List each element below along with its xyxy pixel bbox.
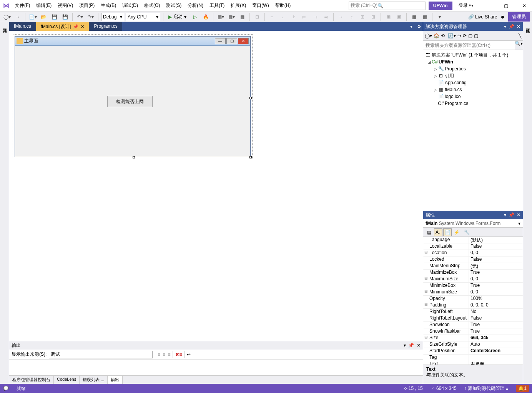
solution-tree[interactable]: 🗔 解决方案 'UFWin' (1 个项目，共 1 个) ◢ C# UFWin … — [423, 50, 523, 211]
props-dropdown-icon[interactable]: ▾ — [504, 212, 506, 218]
property-row[interactable]: ⊞Location0, 0 — [423, 250, 523, 256]
sol-show-icon[interactable]: ⟳ — [463, 33, 467, 38]
property-row[interactable]: Text主界面 — [423, 361, 523, 365]
new-item-button[interactable]: 📄▾ — [28, 12, 37, 22]
layout-btn1[interactable]: ▦▾ — [216, 12, 225, 22]
side-tab[interactable]: 修改工具 — [524, 22, 532, 384]
sol-collapse-icon[interactable]: ↪ — [457, 33, 461, 38]
props-pin-icon[interactable]: 📌 — [509, 212, 514, 218]
panel-close-icon[interactable]: ✕ — [517, 24, 520, 29]
property-row[interactable]: MinimizeBoxTrue — [423, 283, 523, 289]
source-control-button[interactable]: ↑ 添加到源代码管理 ▴ — [464, 385, 509, 392]
property-row[interactable]: ⊞Padding0, 0, 0, 0 — [423, 302, 523, 309]
menu-item[interactable]: 编辑(E) — [33, 1, 54, 10]
tree-item[interactable]: ▷▦fMain.cs — [423, 86, 523, 93]
side-tab[interactable]: 数据源 — [0, 22, 1, 384]
side-tab[interactable]: 工具箱 — [1, 22, 9, 384]
sol-home-icon[interactable]: ◯▾ — [425, 33, 432, 38]
solution-search-icon[interactable]: 🔍▾ — [515, 41, 523, 50]
tab-order2[interactable]: ▦ — [420, 12, 429, 22]
property-row[interactable]: StartPositionCenterScreen — [423, 348, 523, 355]
layout-btn2[interactable]: ▦▾ — [227, 12, 236, 22]
platform-combo[interactable]: Any CPU▾ — [126, 13, 160, 21]
tree-item[interactable]: ▷🔧Properties — [423, 65, 523, 72]
tab-settings-icon[interactable]: ⚙ — [415, 22, 423, 31]
sol-home2-icon[interactable]: 🏠 — [434, 33, 439, 38]
menu-item[interactable]: 文件(F) — [12, 1, 33, 10]
property-row[interactable]: ShowIconTrue — [423, 322, 523, 328]
menu-item[interactable]: 生成(B) — [98, 1, 119, 10]
property-row[interactable]: MainMenuStrip(无) — [423, 263, 523, 270]
config-combo[interactable]: Debug▾ — [101, 13, 124, 21]
expand-icon[interactable]: ◢ — [427, 60, 432, 64]
open-button[interactable]: 📂 — [39, 12, 48, 22]
menu-item[interactable]: 测试(S) — [163, 1, 184, 10]
output-source-combo[interactable]: 调试 — [49, 351, 153, 358]
output-wrap-icon[interactable]: ↩ — [187, 352, 191, 357]
bottom-tab[interactable]: CodeLens — [54, 376, 80, 384]
property-row[interactable]: LocalizableFalse — [423, 243, 523, 250]
bottom-tab[interactable]: 输出 — [108, 376, 123, 384]
menu-item[interactable]: 项目(P) — [76, 1, 97, 10]
property-row[interactable]: ⊞MaximumSize0, 0 — [423, 276, 523, 283]
search-icon[interactable]: 🔍 — [377, 3, 383, 8]
close-icon[interactable]: ✕ — [81, 24, 84, 29]
menu-item[interactable]: 分析(N) — [185, 1, 206, 10]
minimize-button[interactable]: — — [480, 0, 495, 12]
output-pin-icon[interactable]: 📌 — [408, 343, 414, 348]
props-az-icon[interactable]: A↓ — [434, 228, 442, 236]
notification-badge[interactable]: 🔔1 — [516, 385, 529, 392]
props-close-icon[interactable]: ✕ — [517, 212, 520, 218]
sol-sync-icon[interactable]: ⟲ — [441, 33, 445, 38]
nav-fwd-button[interactable]: → — [13, 12, 22, 22]
output-close-icon[interactable]: ✕ — [417, 343, 421, 348]
property-row[interactable]: Opacity100% — [423, 296, 523, 302]
form-window[interactable]: 主界面 — ▢ ✕ 检测能否上网 — [15, 36, 251, 157]
property-row[interactable]: ⊞Size664, 345 — [423, 335, 523, 341]
property-row[interactable]: Tag — [423, 355, 523, 361]
bottom-tab[interactable]: 程序包管理器控制台 — [9, 376, 54, 384]
menu-item[interactable]: 帮助(H) — [273, 1, 294, 10]
tree-item[interactable]: 📄App.config — [423, 79, 523, 86]
menu-item[interactable]: 调试(D) — [120, 1, 141, 10]
sol-view-icon[interactable]: ▢ — [474, 33, 478, 38]
property-row[interactable]: RightToLeftNo — [423, 309, 523, 315]
tree-project-node[interactable]: ◢ C# UFWin — [423, 58, 523, 65]
tree-solution-node[interactable]: 🗔 解决方案 'UFWin' (1 个项目，共 1 个) — [423, 52, 523, 58]
tab-overflow[interactable]: ▾ — [407, 22, 415, 31]
props-event-icon[interactable]: ⚡ — [452, 228, 461, 236]
undo-button[interactable]: ↶▾ — [75, 12, 85, 22]
solution-search-input[interactable] — [423, 41, 515, 50]
output-dropdown-icon[interactable]: ▾ — [404, 343, 406, 348]
hot-reload-button[interactable]: 🔥 — [201, 12, 210, 22]
bottom-tab[interactable]: 错误列表 ... — [80, 376, 108, 384]
panel-pin-icon[interactable]: 📌 — [509, 24, 514, 29]
menu-item[interactable]: 视图(V) — [55, 1, 76, 10]
properties-object[interactable]: fMain System.Windows.Forms.Form ▾ — [423, 219, 523, 228]
pin-icon[interactable]: 📌 — [73, 24, 78, 29]
extra-dropdown[interactable]: ▾ — [435, 12, 444, 22]
output-clear-icon[interactable]: ✖≡ — [175, 352, 182, 357]
tree-item[interactable]: 📄logo.ico — [423, 93, 523, 100]
close-button[interactable]: ✕ — [517, 0, 532, 12]
form-designer[interactable]: 主界面 — ▢ ✕ 检测能否上网 — [9, 31, 423, 341]
sol-more-icon[interactable]: ╲ — [519, 33, 521, 38]
sol-prop-icon[interactable]: ▢ — [468, 33, 472, 38]
search-input[interactable]: 搜索 (Ctrl+Q) 🔍 — [349, 2, 426, 10]
properties-grid[interactable]: Language(默认)LocalizableFalse⊞Location0, … — [423, 237, 523, 365]
start-button[interactable]: ▶启动 ▾ — [166, 13, 189, 20]
feedback-icon[interactable]: ☻ — [500, 14, 505, 20]
login-button[interactable]: 登录 🗝 — [456, 1, 477, 10]
tree-item[interactable]: C#Program.cs — [423, 100, 523, 107]
document-tab[interactable]: Program.cs — [89, 22, 122, 31]
tab-order[interactable]: ▦ — [409, 12, 419, 22]
props-cat-icon[interactable]: ▤ — [425, 228, 433, 236]
save-button[interactable]: 💾 — [50, 12, 59, 22]
props-prop-icon[interactable]: 📄 — [443, 228, 452, 236]
property-row[interactable]: SizeGripStyleAuto — [423, 341, 523, 348]
align-btn[interactable]: ⊟ — [253, 12, 262, 22]
maximize-button[interactable]: ▢ — [498, 0, 514, 12]
tree-item[interactable]: ▷⊡引用 — [423, 72, 523, 79]
save-all-button[interactable]: 💾 — [60, 12, 70, 22]
live-share-button[interactable]: 🔗 Live Share — [468, 14, 497, 20]
